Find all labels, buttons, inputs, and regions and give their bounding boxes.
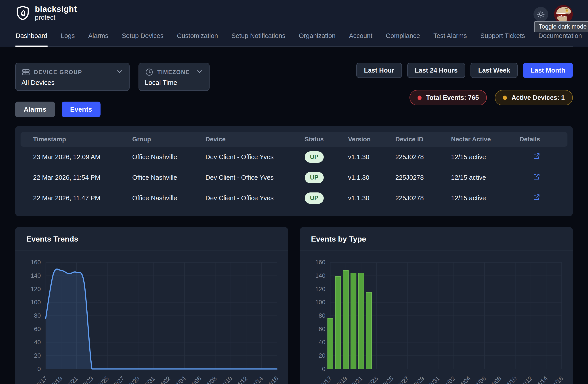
view-toggle-alarms-button[interactable]: Alarms	[15, 101, 55, 117]
table-header: TimestampGroupDeviceStatusVersionDevice …	[21, 132, 567, 147]
device-group-select[interactable]: DEVICE GROUP All Devices	[15, 63, 129, 91]
svg-text:20: 20	[34, 352, 41, 359]
events-by-type-title: Events by Type	[300, 227, 573, 250]
time-range-last-24-hours-button[interactable]: Last 24 Hours	[407, 63, 465, 78]
nav-item-account[interactable]: Account	[349, 29, 373, 46]
table-body: 23 Mar 2026, 12:09 AMOffice NashvilleDev…	[21, 147, 567, 208]
events-trends-title: Events Trends	[15, 227, 288, 250]
nectar-active-cell: 12/15 active	[451, 153, 520, 161]
svg-text:4/10: 4/10	[220, 375, 233, 384]
time-range-last-week-button[interactable]: Last Week	[470, 63, 518, 78]
svg-text:0: 0	[37, 365, 41, 372]
column-header-group: Group	[132, 136, 206, 143]
svg-text:80: 80	[318, 312, 325, 319]
view-toggle-events-button[interactable]: Events	[62, 101, 101, 117]
group-cell: Office Nashville	[132, 153, 206, 161]
status-dot-icon	[503, 96, 507, 100]
svg-text:120: 120	[315, 285, 325, 292]
svg-text:3/31: 3/31	[428, 375, 441, 384]
nav-item-alarms[interactable]: Alarms	[88, 29, 109, 46]
server-icon	[21, 68, 30, 77]
events-trends-chart: 0204060801001201401603/173/193/213/233/2…	[15, 250, 288, 384]
external-link-icon[interactable]	[532, 173, 540, 181]
nectar-active-cell: 12/15 active	[451, 174, 520, 181]
table-row: 23 Mar 2026, 12:09 AMOffice NashvilleDev…	[21, 147, 567, 167]
svg-text:60: 60	[34, 325, 41, 332]
clock-icon	[145, 68, 154, 77]
events-trends-card: Events Trends 0204060801001201401603/173…	[15, 227, 288, 384]
stat-badge-label: Total Events: 765	[426, 94, 479, 101]
status-badge: UP	[305, 192, 324, 204]
nav-item-compliance[interactable]: Compliance	[385, 29, 420, 46]
svg-text:140: 140	[31, 272, 41, 279]
svg-text:3/17: 3/17	[35, 375, 48, 384]
nav-item-customization[interactable]: Customization	[176, 29, 218, 46]
time-range-last-month-button[interactable]: Last Month	[523, 63, 573, 78]
timezone-select[interactable]: TIMEZONE Local Time	[139, 63, 210, 91]
brand-name: blacksight	[35, 5, 77, 14]
stat-badge-active-devices: Active Devices: 1	[495, 90, 573, 105]
device-id-cell: 225J0278	[395, 194, 451, 202]
device-cell: Dev Client - Office Yves	[206, 174, 305, 181]
svg-text:4/12: 4/12	[520, 375, 533, 384]
sun-icon	[537, 10, 545, 19]
timestamp-cell: 22 Mar 2026, 11:54 PM	[33, 174, 132, 181]
time-range-last-hour-button[interactable]: Last Hour	[356, 63, 402, 78]
nav-item-support-tickets[interactable]: Support Tickets	[480, 29, 525, 46]
svg-text:20: 20	[318, 352, 325, 359]
bar-chart-svg: 0204060801001201401603/173/193/213/233/2…	[303, 252, 568, 384]
status-cell: UP	[305, 151, 348, 163]
stats-row: Total Events: 765Active Devices: 1	[410, 90, 573, 105]
nav-item-setup-notifications[interactable]: Setup Notifications	[231, 29, 286, 46]
time-range-buttons: Last HourLast 24 HoursLast WeekLast Mont…	[356, 63, 573, 78]
svg-text:120: 120	[31, 285, 41, 292]
external-link-icon[interactable]	[532, 152, 540, 160]
t-rex-avatar-image	[554, 5, 573, 24]
status-cell: UP	[305, 192, 348, 204]
svg-text:4/04: 4/04	[174, 375, 187, 384]
brand-logo: blacksight protect	[15, 5, 77, 21]
svg-text:4/02: 4/02	[159, 375, 172, 384]
svg-text:3/23: 3/23	[366, 375, 379, 384]
svg-text:80: 80	[34, 312, 41, 319]
nav-item-logs[interactable]: Logs	[60, 29, 75, 46]
svg-text:4/16: 4/16	[267, 375, 280, 384]
device-cell: Dev Client - Office Yves	[206, 153, 305, 161]
table-row: 22 Mar 2026, 11:54 PMOffice NashvilleDev…	[21, 167, 567, 188]
theme-toggle-tooltip: Toggle dark mode	[534, 21, 588, 32]
svg-text:160: 160	[31, 259, 41, 266]
svg-text:3/25: 3/25	[97, 375, 110, 384]
timezone-label: TIMEZONE	[157, 69, 190, 76]
chevron-down-icon	[196, 68, 203, 76]
events-by-type-card: Events by Type 0204060801001201401603/17…	[300, 227, 573, 384]
details-cell	[519, 152, 555, 162]
nav-item-dashboard[interactable]: Dashboard	[15, 29, 48, 46]
nav-item-organization[interactable]: Organization	[298, 29, 336, 46]
version-cell: v1.1.30	[348, 174, 395, 181]
svg-text:40: 40	[34, 339, 41, 346]
device-group-value: All Devices	[21, 79, 123, 86]
svg-text:3/21: 3/21	[66, 375, 79, 384]
user-avatar[interactable]	[554, 5, 573, 24]
status-dot-icon	[418, 96, 421, 100]
app-header: blacksight protect	[0, 0, 588, 47]
svg-text:3/17: 3/17	[320, 375, 333, 384]
nav-item-setup-devices[interactable]: Setup Devices	[121, 29, 164, 46]
svg-text:4/02: 4/02	[443, 375, 456, 384]
svg-text:3/23: 3/23	[82, 375, 95, 384]
svg-text:4/14: 4/14	[536, 375, 549, 384]
svg-text:4/08: 4/08	[489, 375, 503, 384]
stat-badge-label: Active Devices: 1	[511, 94, 565, 101]
stat-badge-total-events: Total Events: 765	[410, 90, 487, 105]
device-group-label: DEVICE GROUP	[34, 69, 82, 76]
main-content: DEVICE GROUP All Devices TIMEZONE	[0, 63, 588, 384]
nav-item-test-alarms[interactable]: Test Alarms	[433, 29, 467, 46]
svg-text:4/04: 4/04	[459, 375, 472, 384]
column-header-device: Device	[206, 136, 305, 143]
theme-toggle-button[interactable]	[533, 7, 548, 22]
svg-text:4/14: 4/14	[251, 375, 264, 384]
external-link-icon[interactable]	[532, 193, 540, 201]
svg-text:100: 100	[315, 299, 325, 306]
status-badge: UP	[305, 151, 324, 163]
svg-text:3/27: 3/27	[112, 375, 126, 384]
